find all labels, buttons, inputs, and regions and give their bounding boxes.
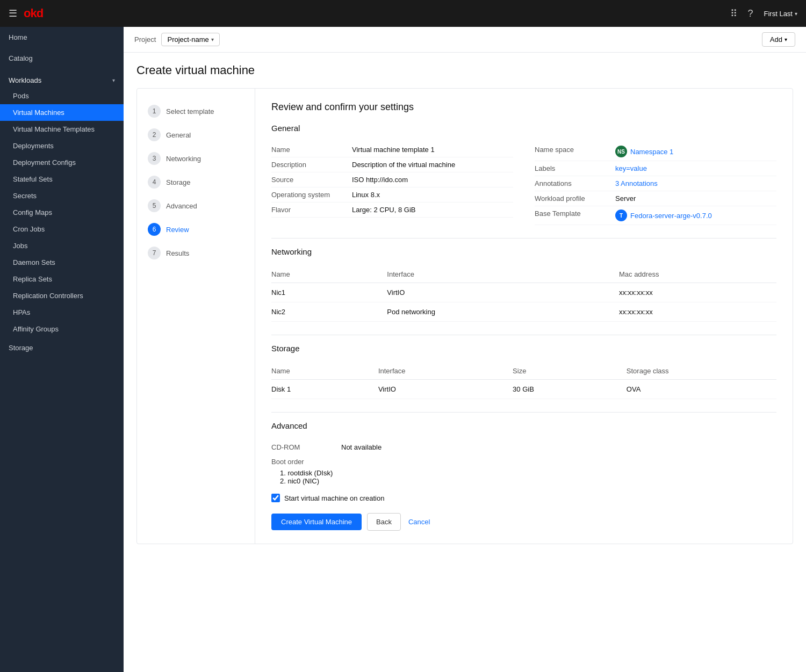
sidebar-item-catalog[interactable]: Catalog xyxy=(0,48,124,69)
advanced-heading: Advanced xyxy=(271,421,776,433)
general-right: Name space NS Namespace 1 Labels key=val… xyxy=(535,142,776,225)
user-menu[interactable]: First Last ▾ xyxy=(764,10,797,18)
sidebar: Home Catalog Workloads ▾ Pods Virtual Ma… xyxy=(0,27,124,672)
step-6-num: 6 xyxy=(148,223,161,236)
workloads-section[interactable]: Workloads ▾ xyxy=(0,69,124,88)
sidebar-deployments-label: Deployments xyxy=(13,142,54,150)
field-os-label: Operationg system xyxy=(271,191,347,199)
field-desc-label: Description xyxy=(271,161,347,169)
sidebar-item-cron-jobs[interactable]: Cron Jobs xyxy=(0,221,124,237)
sidebar-item-deployment-configs[interactable]: Deployment Configs xyxy=(0,154,124,171)
field-desc-value: Description of the virtual machine xyxy=(352,161,513,169)
project-select[interactable]: Project-name ▾ xyxy=(161,33,219,46)
step-5-label: Advanced xyxy=(166,202,197,210)
sidebar-item-daemon-sets[interactable]: Daemon Sets xyxy=(0,254,124,271)
back-button[interactable]: Back xyxy=(367,513,401,531)
review-panel: Review and confirm your settings General… xyxy=(255,89,793,544)
boot-order-label: Boot order xyxy=(271,458,336,466)
add-button[interactable]: Add ▾ xyxy=(762,32,795,47)
boot-order-list: 1. rootdisk (DIsk) 2. nic0 (NIC) xyxy=(271,469,776,485)
sidebar-item-home[interactable]: Home xyxy=(0,27,124,48)
sidebar-catalog-label: Catalog xyxy=(9,54,33,62)
sidebar-item-replica-sets[interactable]: Replica Sets xyxy=(0,271,124,287)
sidebar-item-secrets[interactable]: Secrets xyxy=(0,187,124,204)
field-ns-value[interactable]: NS Namespace 1 xyxy=(615,146,673,157)
storage-heading: Storage xyxy=(271,344,776,356)
sidebar-item-stateful-sets[interactable]: Stateful Sets xyxy=(0,171,124,187)
cancel-button[interactable]: Cancel xyxy=(406,514,432,530)
sidebar-item-hpas[interactable]: HPAs xyxy=(0,304,124,321)
sidebar-secrets-label: Secrets xyxy=(13,192,37,200)
step-1[interactable]: 1 Select template xyxy=(137,99,255,123)
field-name-label: Name xyxy=(271,146,347,154)
step-7-label: Results xyxy=(166,249,189,257)
sidebar-item-virtual-machine-templates[interactable]: Virtual Machine Templates xyxy=(0,121,124,138)
divider-3 xyxy=(271,412,776,413)
grid-icon[interactable]: ⠿ xyxy=(730,8,737,19)
step-7[interactable]: 7 Results xyxy=(137,241,255,265)
sidebar-item-deployments[interactable]: Deployments xyxy=(0,138,124,154)
field-name: Name Virtual machine template 1 xyxy=(271,142,513,157)
step-3[interactable]: 3 Networking xyxy=(137,147,255,170)
step-2[interactable]: 2 General xyxy=(137,123,255,147)
stor-col-size: Size xyxy=(513,363,627,380)
wizard-container: 1 Select template 2 General 3 Networking… xyxy=(136,88,793,544)
general-left: Name Virtual machine template 1 Descript… xyxy=(271,142,513,225)
sidebar-item-config-maps[interactable]: Config Maps xyxy=(0,204,124,221)
net-row-2-mac: xx:xx:xx:xx xyxy=(619,302,776,322)
step-7-num: 7 xyxy=(148,247,161,259)
ns-name: Namespace 1 xyxy=(630,148,673,156)
divider-2 xyxy=(271,335,776,335)
workloads-label: Workloads xyxy=(9,76,41,84)
field-labels: Labels key=value xyxy=(535,161,776,176)
general-grid: Name Virtual machine template 1 Descript… xyxy=(271,142,776,225)
sidebar-vmt-label: Virtual Machine Templates xyxy=(13,125,95,133)
field-namespace: Name space NS Namespace 1 xyxy=(535,142,776,161)
sidebar-item-replication-controllers[interactable]: Replication Controllers xyxy=(0,287,124,304)
field-ann-value[interactable]: 3 Annotations xyxy=(615,179,776,187)
field-bt-value[interactable]: T Fedora-server-arge-v0.7.0 xyxy=(615,209,712,221)
step-3-num: 3 xyxy=(148,152,161,165)
start-vm-checkbox[interactable] xyxy=(271,494,280,502)
hamburger-icon[interactable]: ☰ xyxy=(9,8,17,19)
networking-heading: Networking xyxy=(271,247,776,259)
step-5[interactable]: 5 Advanced xyxy=(137,194,255,218)
create-vm-button[interactable]: Create Virtual Machine xyxy=(271,514,362,530)
field-os: Operationg system Linux 8.x xyxy=(271,187,513,203)
step-6[interactable]: 6 Review xyxy=(137,218,255,241)
start-vm-label[interactable]: Start virtual machine on creation xyxy=(284,494,384,502)
step-2-num: 2 xyxy=(148,128,161,141)
sidebar-item-pods[interactable]: Pods xyxy=(0,88,124,104)
field-ns-label: Name space xyxy=(535,146,610,154)
step-1-label: Select template xyxy=(166,107,214,115)
sidebar-item-affinity-groups[interactable]: Affinity Groups xyxy=(0,321,124,337)
stor-col-name: Name xyxy=(271,363,378,380)
step-4[interactable]: 4 Storage xyxy=(137,170,255,194)
project-name: Project-name xyxy=(167,35,208,44)
project-chevron-icon: ▾ xyxy=(211,37,214,42)
stor-row-1-interface: VirtIO xyxy=(378,380,513,399)
t-badge: T xyxy=(615,209,627,221)
sidebar-item-storage[interactable]: Storage xyxy=(0,337,124,358)
field-labels-value[interactable]: key=value xyxy=(615,164,776,172)
sidebar-home-label: Home xyxy=(9,33,27,41)
net-row-2-name: Nic2 xyxy=(271,302,387,322)
field-source: Source ISO http://ido.com xyxy=(271,172,513,187)
sidebar-vm-label: Virtual Machines xyxy=(13,109,64,117)
cdrom-value: Not available xyxy=(341,443,382,451)
navbar-right: ⠿ ? First Last ▾ xyxy=(730,8,797,19)
storage-table: Name Interface Size Storage class Disk 1… xyxy=(271,363,776,399)
workloads-chevron-icon: ▾ xyxy=(112,77,115,83)
sidebar-item-jobs[interactable]: Jobs xyxy=(0,237,124,254)
boot-item-1: 1. rootdisk (DIsk) xyxy=(280,469,776,477)
bt-name: Fedora-server-arge-v0.7.0 xyxy=(630,212,712,220)
net-row-1-mac: xx:xx:xx:xx xyxy=(619,283,776,302)
field-annotations: Annotations 3 Annotations xyxy=(535,176,776,191)
help-icon[interactable]: ? xyxy=(748,8,753,19)
sidebar-item-virtual-machines[interactable]: Virtual Machines xyxy=(0,104,124,121)
field-wp-label: Workload profile xyxy=(535,194,610,203)
step-1-num: 1 xyxy=(148,105,161,118)
divider-1 xyxy=(271,238,776,239)
field-name-value: Virtual machine template 1 xyxy=(352,146,513,154)
boot-item-2: 2. nic0 (NIC) xyxy=(280,477,776,485)
